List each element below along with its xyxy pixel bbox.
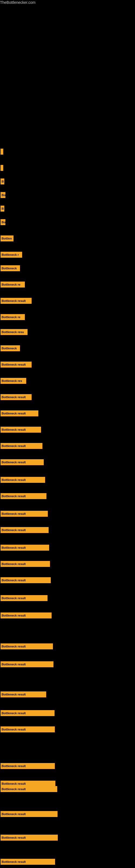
bottleneck-item: Bottleneck result xyxy=(1,786,57,792)
bottleneck-bar: Bo xyxy=(1,192,5,198)
bottleneck-bar: Bottleneck result xyxy=(1,835,58,841)
bottleneck-bar: Bottleneck xyxy=(1,345,20,351)
bottleneck-bar: Bottleneck result xyxy=(1,427,41,433)
bottleneck-bar: Bottleneck re xyxy=(1,282,25,287)
bottleneck-item: Bottleneck result xyxy=(1,726,55,733)
bottleneck-bar: Bottleneck result xyxy=(1,477,45,483)
bottleneck-item: Bottleneck r xyxy=(1,252,22,258)
bottleneck-item xyxy=(1,149,3,155)
bottleneck-item: Bottleneck result xyxy=(1,781,55,786)
bottleneck-item: Bottleneck result xyxy=(1,527,49,533)
bottleneck-bar: Bottleneck result xyxy=(1,859,55,865)
bottleneck-item: Bottleneck result xyxy=(1,595,48,601)
bottleneck-bar: Bottleneck result xyxy=(1,643,53,649)
bottleneck-item: Bottlen xyxy=(1,236,13,241)
bottleneck-bar: Bottleneck result xyxy=(1,595,48,601)
bottleneck-item: Bottleneck result xyxy=(1,362,32,368)
site-title-container: TheBottlenecker.com xyxy=(0,0,135,5)
bottleneck-bar: Bottleneck result xyxy=(1,661,53,667)
bottleneck-bar: Bottleneck result xyxy=(1,545,49,551)
items-container: BBoBBoBottlenBottleneck rBottleneckBottl… xyxy=(0,5,135,862)
bottleneck-item: Bottleneck xyxy=(1,265,20,271)
bottleneck-bar: Bottleneck res xyxy=(1,378,26,384)
bottleneck-item: Bottleneck result xyxy=(1,643,53,649)
bottleneck-bar: Bottleneck result xyxy=(1,527,49,533)
bottleneck-item: B xyxy=(1,206,4,212)
bottleneck-bar: Bottleneck re xyxy=(1,314,25,320)
bottleneck-item: Bottleneck result xyxy=(1,577,51,583)
bottleneck-item: Bottleneck result xyxy=(1,394,32,400)
bottleneck-bar: Bottleneck result xyxy=(1,362,32,368)
bottleneck-bar xyxy=(1,165,3,171)
bottleneck-item: Bottleneck xyxy=(1,345,20,351)
bottleneck-item: Bottleneck result xyxy=(1,613,52,618)
bottleneck-bar: B xyxy=(1,179,4,184)
bottleneck-item: Bottleneck result xyxy=(1,298,32,304)
bottleneck-item: Bottleneck result xyxy=(1,493,46,499)
bottleneck-bar: Bottleneck result xyxy=(1,786,57,792)
bottleneck-item: Bottleneck res xyxy=(1,378,26,384)
bottleneck-bar: Bottleneck result xyxy=(1,298,32,304)
bottleneck-bar: Bottleneck result xyxy=(1,710,54,716)
bottleneck-item: Bottleneck result xyxy=(1,691,46,698)
bottleneck-bar: Bottleneck xyxy=(1,265,20,271)
bottleneck-item: Bottleneck result xyxy=(1,561,50,567)
bottleneck-item: Bottleneck result xyxy=(1,443,42,449)
bottleneck-bar: Bottleneck result xyxy=(1,561,50,567)
bottleneck-bar: B xyxy=(1,206,4,212)
bottleneck-bar: Bottlen xyxy=(1,236,13,241)
bottleneck-bar: Bottleneck result xyxy=(1,613,52,618)
bottleneck-bar: Bottleneck result xyxy=(1,459,44,465)
bottleneck-bar: Bottleneck result xyxy=(1,726,55,733)
bottleneck-bar: Bottleneck result xyxy=(1,811,57,817)
bottleneck-item: B xyxy=(1,179,4,184)
bottleneck-item: Bottleneck result xyxy=(1,811,57,817)
bottleneck-bar: Bottleneck result xyxy=(1,763,55,769)
bottleneck-item: Bottleneck result xyxy=(1,459,44,465)
bottleneck-item: Bottleneck result xyxy=(1,427,41,433)
bottleneck-bar: Bottleneck r xyxy=(1,252,22,258)
bottleneck-item: Bottleneck result xyxy=(1,710,54,716)
bottleneck-bar: Bottleneck resu xyxy=(1,329,28,335)
bottleneck-item: Bottleneck result xyxy=(1,835,58,841)
bottleneck-bar: Bottleneck result xyxy=(1,394,32,400)
bottleneck-bar: Bottleneck result xyxy=(1,410,38,416)
bottleneck-item: Bottleneck result xyxy=(1,410,38,416)
bottleneck-bar: Bottleneck result xyxy=(1,493,46,499)
bottleneck-item: Bottleneck result xyxy=(1,545,49,551)
bottleneck-item: Bottleneck result xyxy=(1,511,48,517)
bottleneck-bar: Bottleneck result xyxy=(1,443,42,449)
bottleneck-item: Bottleneck result xyxy=(1,763,55,769)
bottleneck-bar xyxy=(1,149,3,155)
bottleneck-item xyxy=(1,165,3,171)
bottleneck-item: Bottleneck re xyxy=(1,282,25,287)
bottleneck-bar: Bottleneck result xyxy=(1,691,46,698)
bottleneck-item: Bottleneck result xyxy=(1,859,55,865)
bottleneck-item: Bottleneck resu xyxy=(1,329,28,335)
bottleneck-bar: Bottleneck result xyxy=(1,781,55,786)
bottleneck-item: Bo xyxy=(1,192,5,198)
bottleneck-item: Bottleneck re xyxy=(1,314,25,320)
bottleneck-item: Bo xyxy=(1,219,5,225)
bottleneck-bar: Bo xyxy=(1,219,5,225)
bottleneck-item: Bottleneck result xyxy=(1,661,53,667)
bottleneck-bar: Bottleneck result xyxy=(1,511,48,517)
bottleneck-bar: Bottleneck result xyxy=(1,577,51,583)
bottleneck-item: Bottleneck result xyxy=(1,477,45,483)
